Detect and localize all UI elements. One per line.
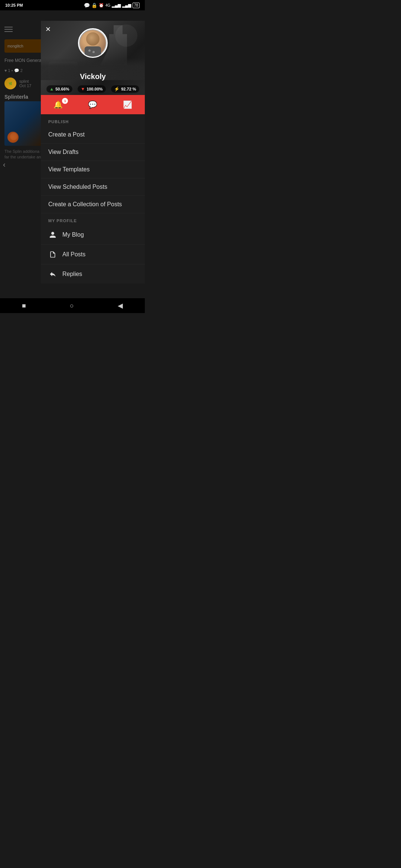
all-posts-item[interactable]: All Posts — [41, 245, 145, 264]
back-button[interactable]: ◀ — [118, 302, 123, 310]
file-icon — [48, 250, 57, 259]
activity-tab[interactable]: 📈 — [110, 95, 145, 114]
lightning-icon: ⚡ — [114, 86, 120, 92]
drawer-overlay: ✕ Vickoly ▲ 50.66% — [0, 21, 145, 283]
view-templates-item[interactable]: View Templates — [41, 161, 145, 178]
reply-icon — [48, 270, 57, 279]
messages-tab[interactable]: 💬 — [75, 95, 110, 114]
status-bar: 10:25 PM 💬 🔒 ⏰ 4G ▂▄▆ ▂▄▆ 78 — [0, 0, 145, 10]
signal-bars-2: ▂▄▆ — [122, 3, 131, 8]
downvote-icon: ▼ — [81, 86, 85, 92]
notifications-tab[interactable]: 🔔 1 — [41, 95, 75, 114]
replies-item[interactable]: Replies — [41, 264, 145, 283]
profile-avatar — [78, 28, 108, 58]
power-stat: ⚡ 92.72 % — [111, 85, 139, 93]
vpn-icon: 🔒 — [91, 3, 97, 8]
upvote-value: 50.66% — [55, 87, 69, 91]
view-templates-label: View Templates — [48, 166, 89, 172]
notification-badge: 1 — [62, 98, 68, 104]
upvote-stat: ▲ 50.66% — [46, 85, 72, 93]
create-collection-label: Create a Collection of Posts — [48, 201, 122, 207]
my-blog-item[interactable]: My Blog — [41, 225, 145, 245]
bottom-navigation: ■ ○ ◀ — [0, 298, 145, 313]
avatar-person — [80, 30, 106, 56]
side-drawer: ✕ Vickoly ▲ 50.66% — [41, 21, 145, 283]
create-post-label: Create a Post — [48, 131, 85, 138]
stop-button[interactable]: ■ — [22, 302, 26, 310]
my-profile-section-label: MY PROFILE — [41, 213, 145, 225]
all-posts-label: All Posts — [62, 251, 85, 258]
status-icons: 💬 🔒 ⏰ 4G ▂▄▆ ▂▄▆ 78 — [84, 3, 140, 8]
view-drafts-label: View Drafts — [48, 149, 79, 155]
create-collection-item[interactable]: Create a Collection of Posts — [41, 196, 145, 213]
profile-tab-bar: 🔔 1 💬 📈 — [41, 95, 145, 114]
replies-label: Replies — [62, 271, 82, 277]
view-scheduled-posts-label: View Scheduled Posts — [48, 184, 107, 190]
downvote-stat: ▼ 100.00% — [78, 85, 105, 93]
activity-icon: 📈 — [123, 100, 132, 109]
upvote-icon: ▲ — [49, 86, 54, 92]
my-blog-label: My Blog — [62, 231, 84, 238]
profile-header: ✕ Vickoly ▲ 50.66% — [41, 21, 145, 95]
signal-bars: ▂▄▆ — [112, 3, 121, 8]
whatsapp-icon: 💬 — [84, 3, 90, 8]
power-value: 92.72 % — [121, 87, 136, 91]
status-time: 10:25 PM — [5, 3, 23, 7]
profile-stats: ▲ 50.66% ▼ 100.00% ⚡ 92.72 % — [41, 85, 145, 93]
create-post-item[interactable]: Create a Post — [41, 126, 145, 144]
battery: 78 — [133, 3, 140, 8]
close-drawer-button[interactable]: ✕ — [45, 25, 51, 33]
home-button[interactable]: ○ — [70, 302, 74, 310]
view-scheduled-posts-item[interactable]: View Scheduled Posts — [41, 178, 145, 196]
publish-section-label: PUBLISH — [41, 114, 145, 126]
profile-username: Vickoly — [41, 72, 145, 81]
downvote-value: 100.00% — [87, 87, 102, 91]
chat-icon: 💬 — [88, 100, 97, 109]
network-type: 4G — [105, 3, 110, 7]
bell-icon: 🔔 — [53, 100, 63, 109]
alarm-icon: ⏰ — [99, 3, 104, 8]
person-icon — [48, 230, 57, 239]
view-drafts-item[interactable]: View Drafts — [41, 144, 145, 161]
